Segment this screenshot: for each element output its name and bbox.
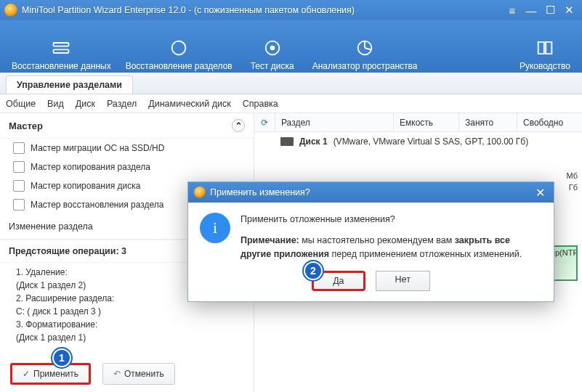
op-row: 3. Форматирование: — [16, 318, 254, 331]
app-icon — [194, 187, 206, 198]
minimize-button[interactable]: — — [522, 3, 540, 17]
sidebar-item-migrate[interactable]: Мастер миграции ОС на SSD/HD — [0, 139, 254, 158]
table-header: ⟳ Раздел Емкость Занято Свободно — [254, 113, 582, 132]
col-capacity[interactable]: Емкость — [393, 113, 458, 131]
dialog-title-bar: Применить изменения? ✕ — [188, 182, 554, 203]
tab-strip: Управление разделами — [0, 73, 582, 94]
annotation-2: 2 — [304, 261, 323, 280]
close-button[interactable]: ✕ — [560, 3, 578, 17]
dialog-buttons: Да Нет — [188, 268, 554, 301]
label: Анализатор пространства — [312, 61, 418, 71]
apply-dialog: Применить изменения? ✕ i Применить отлож… — [187, 181, 554, 302]
guide-icon — [535, 38, 555, 58]
menu-help[interactable]: Справка — [243, 99, 278, 109]
migrate-icon — [13, 142, 25, 154]
disk-info: (VMware, VMware Virtual S SAS, GPT, 100.… — [334, 136, 529, 147]
data-recovery-icon — [51, 38, 71, 58]
guide-button[interactable]: Руководство — [520, 38, 570, 71]
disk-test-icon — [262, 38, 283, 58]
col-partition[interactable]: Раздел — [275, 113, 393, 131]
note-label: Примечание: — [241, 235, 299, 245]
no-button[interactable]: Нет — [376, 271, 430, 291]
label: Восстановление данных — [12, 61, 111, 71]
dialog-question: Применить отложенные изменения? — [241, 213, 542, 226]
refresh-button[interactable]: ⟳ — [254, 118, 275, 128]
space-analyzer-icon — [355, 38, 375, 58]
info-icon: i — [200, 213, 230, 243]
tab-manage-partitions[interactable]: Управление разделами — [6, 75, 133, 94]
partition-recovery-button[interactable]: Восстановление разделов — [126, 38, 233, 71]
label: Руководство — [520, 61, 570, 71]
dialog-message: Применить отложенные изменения? Примечан… — [241, 213, 542, 261]
cancel-button[interactable]: ↶ Отменить — [102, 363, 175, 385]
disk-row[interactable]: Диск 1 (VMware, VMware Virtual S SAS, GP… — [254, 132, 582, 151]
apply-button[interactable]: ✓ Применить — [10, 363, 91, 385]
maximize-button[interactable]: ☐ — [541, 3, 559, 17]
label: Изменение раздела — [9, 221, 93, 232]
label: Применить — [33, 369, 78, 379]
col-free[interactable]: Свободно — [517, 113, 582, 131]
menu-partition[interactable]: Раздел — [107, 99, 137, 109]
label: Мастер миграции ОС на SSD/HD — [31, 143, 164, 153]
label: Мастер — [9, 121, 43, 131]
sidebar-buttons: ✓ Применить ↶ Отменить — [0, 356, 254, 392]
svg-point-4 — [270, 46, 274, 50]
copy-disk-icon — [13, 180, 25, 192]
space-analyzer-button[interactable]: Анализатор пространства — [312, 38, 418, 71]
label: Мастер копирования раздела — [31, 162, 150, 172]
label: Отменить — [124, 369, 164, 379]
op-row: (Диск 1 раздел 1) — [16, 331, 254, 344]
label: Мастер копирования диска — [31, 181, 140, 191]
dialog-title: Применить изменения? — [210, 187, 532, 197]
svg-rect-1 — [54, 49, 69, 53]
label: Мастер восстановления раздела — [31, 200, 163, 210]
chevron-up-icon: ⌃ — [232, 119, 245, 132]
app-icon — [4, 4, 17, 17]
op-row: C: ( диск 1 раздел 3 ) — [16, 305, 254, 318]
disk-test-button[interactable]: Тест диска — [247, 38, 298, 71]
wizard-section-header[interactable]: Мастер ⌃ — [0, 113, 254, 139]
sidebar-item-copy-partition[interactable]: Мастер копирования раздела — [0, 158, 254, 176]
menu-button[interactable]: ≡ — [504, 3, 521, 17]
copy-partition-icon — [13, 161, 25, 173]
annotation-1: 1 — [52, 348, 71, 367]
disk-label: Диск 1 — [299, 136, 328, 147]
title-bar: MiniTool Partition Wizard Enterprise 12.… — [0, 0, 582, 20]
label: Восстановление разделов — [126, 61, 233, 71]
partition-recovery-icon — [169, 38, 189, 58]
note-text: мы настоятельно рекомендуем вам — [299, 235, 455, 245]
close-icon[interactable]: ✕ — [532, 184, 548, 200]
recover-partition-icon — [13, 199, 25, 211]
note-text: перед применением отложенных изменений. — [329, 249, 522, 259]
menu-dynamic-disk[interactable]: Динамический диск — [148, 99, 231, 109]
disk-icon — [280, 137, 294, 146]
svg-rect-0 — [54, 43, 69, 46]
col-used[interactable]: Занято — [458, 113, 517, 131]
menu-bar: Общие Вид Диск Раздел Динамический диск … — [0, 94, 582, 113]
undo-icon: ↶ — [113, 369, 121, 379]
menu-general[interactable]: Общие — [6, 99, 36, 109]
menu-disk[interactable]: Диск — [76, 99, 95, 109]
ribbon: Восстановление данных Восстановление раз… — [0, 20, 582, 73]
dialog-note: Примечание: мы настоятельно рекомендуем … — [241, 234, 542, 261]
check-icon: ✓ — [23, 369, 30, 379]
window-title: MiniTool Partition Wizard Enterprise 12.… — [22, 5, 502, 15]
label: Тест диска — [251, 61, 294, 71]
truncated-cell: Мб — [254, 171, 582, 180]
menu-view[interactable]: Вид — [47, 99, 64, 109]
data-recovery-button[interactable]: Восстановление данных — [12, 38, 111, 71]
